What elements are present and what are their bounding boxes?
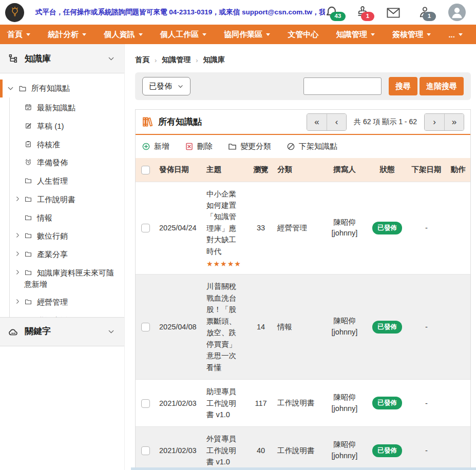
tree-item[interactable]: 人生哲理 [10,172,124,190]
tree-item[interactable]: 草稿 (1) [10,117,124,135]
main-nav: 首頁 統計分析 個人資訊 個人工作區 協同作業區 文管中心 知識管理 簽核管理 … [0,25,476,44]
column-header: 主題 [202,158,249,182]
search-button[interactable]: 搜尋 [389,77,417,95]
cell-status: 已發佈 [367,427,407,470]
chevron-right-icon[interactable] [14,267,24,277]
tree-item[interactable]: 經營管理 [10,293,124,311]
nav-item[interactable]: 文管中心 [288,30,318,40]
chevron-down-icon[interactable] [107,328,115,336]
chevron-right-icon[interactable] [14,194,24,204]
chevron-down-icon[interactable] [7,85,14,92]
chevron-right-icon[interactable] [14,102,24,112]
tree-item[interactable]: 數位行銷 [10,227,124,245]
row-checkbox[interactable] [141,323,150,331]
horizontal-scrollbar[interactable] [131,467,476,470]
cell-publish-date: 2021/02/03 [155,427,202,470]
chevron-right-icon[interactable] [14,249,24,259]
subject-link[interactable]: 中小企業如何建置「知識管理庫」應對大缺工時代 [206,188,239,258]
toolbar-button[interactable]: 新增 [142,142,169,151]
cell-actions [446,427,470,470]
item-icon [24,232,32,239]
cell-offline-date: - [407,380,446,427]
chevron-right-icon[interactable] [14,315,24,317]
tree-item[interactable]: 準備發佈 [10,153,124,172]
breadcrumb-item[interactable]: 知識庫 [203,55,225,65]
select-all-checkbox[interactable] [141,166,150,174]
tree-item[interactable]: 職涯生活 [10,311,124,317]
subject-link[interactable]: 助理專員工作說明書 v1.0 [206,386,239,420]
column-header: 撰寫人 [322,158,367,182]
advanced-search-button[interactable]: 進階搜尋 [420,77,464,95]
tree-item-label: 產業分享 [37,250,68,259]
nav-item[interactable]: 協同作業區 [224,30,270,40]
toolbar-label: 刪除 [197,142,213,151]
toolbar-button[interactable]: 刪除 [185,142,213,151]
nav-item[interactable]: ... [448,30,463,39]
nav-item[interactable]: 簽核管理 [392,30,431,40]
toolbar-button[interactable]: 下架知識點 [287,142,337,151]
nav-item-label: 文管中心 [288,30,318,40]
chevron-right-icon[interactable] [14,230,24,240]
user-count-badge: 1 [423,12,436,21]
subject-link[interactable]: 川普關稅戰血洗台股！「股票斷頭、放空、跌停買賣」意思一次看懂 [206,281,239,373]
chevron-down-icon [177,83,184,90]
row-checkbox[interactable] [141,446,150,455]
toolbar-label: 下架知識點 [299,142,337,151]
toolbar-button[interactable]: 變更分類 [228,142,271,151]
approvals-button[interactable]: 1 [356,6,369,19]
tree-item[interactable]: 情報 [10,209,124,227]
chevron-right-icon[interactable] [14,157,24,167]
notifications-button[interactable]: 43 [325,6,338,19]
tree-item[interactable]: 最新知識點 [10,99,124,117]
nav-item[interactable]: 知識管理 [336,30,375,40]
tree-item[interactable]: 待核准 [10,135,124,154]
nav-item[interactable]: 首頁 [7,30,30,40]
toolbar-icon [142,142,150,151]
row-checkbox[interactable] [141,399,150,408]
chevron-down-icon[interactable] [107,55,115,63]
tree-item-all-knowledge[interactable]: 所有知識點 [0,80,124,97]
chevron-right-icon[interactable] [14,139,24,149]
tree-item-label: 數位行銷 [37,231,68,240]
caret-down-icon [82,33,86,36]
cell-subject[interactable]: 外貿專員工作說明書 v1.0 [202,427,249,470]
chevron-right-icon[interactable] [14,212,24,222]
search-input[interactable] [303,77,382,95]
app-logo[interactable] [5,3,24,22]
status-filter-select[interactable]: 已發佈 [142,77,191,95]
column-header: 狀態 [367,158,407,182]
nav-item-label: 協同作業區 [224,30,262,40]
tree-item[interactable]: 產業分享 [10,245,124,264]
cell-subject[interactable]: 川普關稅戰血洗台股！「股票斷頭、放空、跌停買賣」意思一次看懂 [202,275,249,380]
cell-views: 33 [249,182,273,275]
row-checkbox[interactable] [141,224,150,232]
nav-item[interactable]: 個人資訊 [104,30,143,40]
breadcrumb-item[interactable]: 首頁 [135,55,149,65]
keywords-section-header[interactable]: 關鍵字 [0,317,124,346]
cell-publish-date: 2025/04/24 [155,182,202,275]
tree-item[interactable]: 工作說明書 [10,190,124,209]
cell-subject[interactable]: 助理專員工作說明書 v1.0 [202,380,249,427]
first-page-button[interactable]: « [307,114,327,130]
chevron-right-icon[interactable] [14,175,24,185]
avatar[interactable] [448,4,466,21]
cell-offline-date: - [407,182,446,275]
messages-button[interactable] [387,6,400,19]
chevron-right-icon[interactable] [14,297,24,306]
online-users-button[interactable]: 1 [417,6,431,19]
kb-section-header[interactable]: 知識庫 [0,44,124,73]
tree-item[interactable]: 知識庫資料匣未來可隨意新增 [10,264,124,293]
next-page-button[interactable]: › [425,114,444,130]
prev-page-button[interactable]: ‹ [327,114,346,130]
cell-subject[interactable]: 中小企業如何建置「知識管理庫」應對大缺工時代 ★★★★★ [202,182,249,275]
last-page-button[interactable]: » [444,114,464,130]
nav-item[interactable]: 統計分析 [48,30,86,40]
chevron-right-icon[interactable] [14,121,24,130]
item-icon [24,122,32,129]
column-header: 動作 [446,158,470,182]
tree-item-label: 情報 [37,213,52,222]
breadcrumb-item[interactable]: 知識管理 [162,55,191,65]
sidebar: 知識庫 所有知識點 最新知識點 草稿 (1) 待核准 準備發佈 人生哲理 [0,44,125,470]
nav-item[interactable]: 個人工作區 [160,30,206,40]
subject-link[interactable]: 外貿專員工作說明書 v1.0 [206,433,239,467]
